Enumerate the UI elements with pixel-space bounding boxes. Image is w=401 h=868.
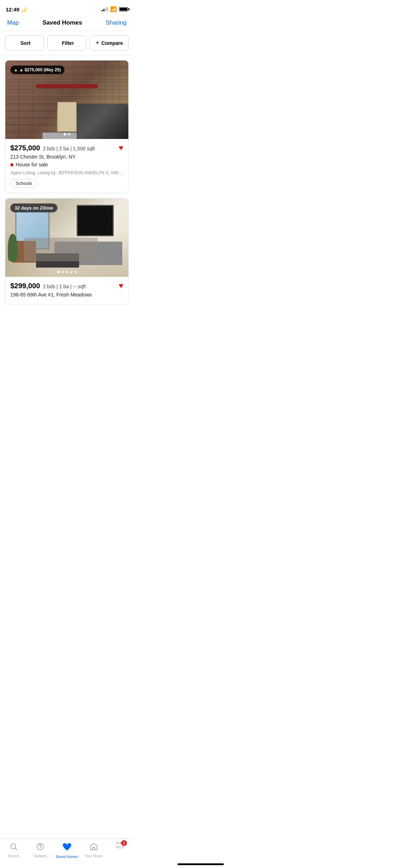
listing-photo: 32 days on Zillow xyxy=(5,198,128,277)
listing-details: 2 bds | 1 ba | -- sqft xyxy=(43,284,86,289)
dot xyxy=(68,133,70,135)
dot-active xyxy=(57,271,60,273)
listing-type: House for sale xyxy=(16,162,48,167)
dot-active xyxy=(63,133,66,135)
wifi-icon: 📶 xyxy=(110,6,117,12)
dot xyxy=(70,271,72,273)
photo-dots xyxy=(57,271,77,273)
filter-button[interactable]: Filter xyxy=(47,35,86,51)
dot xyxy=(74,271,77,273)
listing-card[interactable]: 32 days on Zillow $299,000 2 bds | 1 ba … xyxy=(5,198,129,305)
days-on-market-badge: 32 days on Zillow xyxy=(10,203,57,212)
listing-type-row: House for sale xyxy=(10,162,123,167)
listing-price: $299,000 xyxy=(10,282,40,290)
listing-price-row: $299,000 2 bds | 1 ba | -- sqft ♥ xyxy=(10,281,123,290)
listing-address: 213 Chester St, Brooklyn, NY xyxy=(10,154,123,160)
map-button[interactable]: Map xyxy=(7,19,19,26)
toolbar: Sort Filter + Compare xyxy=(0,31,134,55)
listing-info: $275,000 2 bds | 2 ba | 1,500 sqft ♥ 213… xyxy=(5,139,128,193)
compare-icon: + xyxy=(96,39,99,47)
signal-icon xyxy=(102,7,108,11)
sharing-button[interactable]: Sharing xyxy=(106,19,127,26)
header: Map Saved Homes Sharing xyxy=(0,16,134,31)
photo-dots xyxy=(63,133,70,135)
listing-info: $299,000 2 bds | 1 ba | -- sqft ♥ 196-65… xyxy=(5,277,128,305)
schools-badge[interactable]: Schools xyxy=(10,179,37,188)
save-heart-icon[interactable]: ♥ xyxy=(119,143,123,153)
listing-photo: ▲ ▲ $275,000 (May 25) xyxy=(5,61,128,139)
price-details-row: $275,000 2 bds | 2 ba | 1,500 sqft xyxy=(10,144,119,152)
moon-icon: 🌙 xyxy=(21,7,26,12)
compare-label: Compare xyxy=(101,40,123,46)
status-dot xyxy=(10,163,14,166)
listing-agent: Agent Listing, Listing by: JEFFERSON ANG… xyxy=(10,170,123,175)
dot xyxy=(61,271,64,273)
status-bar: 12:49 🌙 📶 xyxy=(0,0,134,16)
price-change-badge: ▲ ▲ $275,000 (May 25) xyxy=(10,66,65,74)
sort-button[interactable]: Sort xyxy=(5,35,44,51)
sort-label: Sort xyxy=(21,40,31,46)
listing-price: $275,000 xyxy=(10,144,40,152)
compare-button[interactable]: + Compare xyxy=(90,35,129,51)
save-heart-icon[interactable]: ♥ xyxy=(119,281,123,290)
status-icons: 📶 xyxy=(102,6,128,12)
price-details-row: $299,000 2 bds | 1 ba | -- sqft xyxy=(10,282,119,290)
price-badge-text: ▲ $275,000 (May 25) xyxy=(19,67,61,72)
arrow-up-icon: ▲ xyxy=(14,68,18,72)
status-time: 12:49 xyxy=(6,6,19,12)
listing-details: 2 bds | 2 ba | 1,500 sqft xyxy=(43,146,95,151)
listings-container: ▲ ▲ $275,000 (May 25) $275,000 2 bds | 2… xyxy=(0,55,134,335)
battery-icon xyxy=(119,7,128,11)
listing-card[interactable]: ▲ ▲ $275,000 (May 25) $275,000 2 bds | 2… xyxy=(5,60,129,193)
filter-label: Filter xyxy=(62,40,74,46)
listing-address: 196-65 69th Ave #1, Fresh Meadows xyxy=(10,292,123,298)
dot xyxy=(66,271,68,273)
page-title: Saved Homes xyxy=(42,19,82,26)
listing-price-row: $275,000 2 bds | 2 ba | 1,500 sqft ♥ xyxy=(10,143,123,153)
